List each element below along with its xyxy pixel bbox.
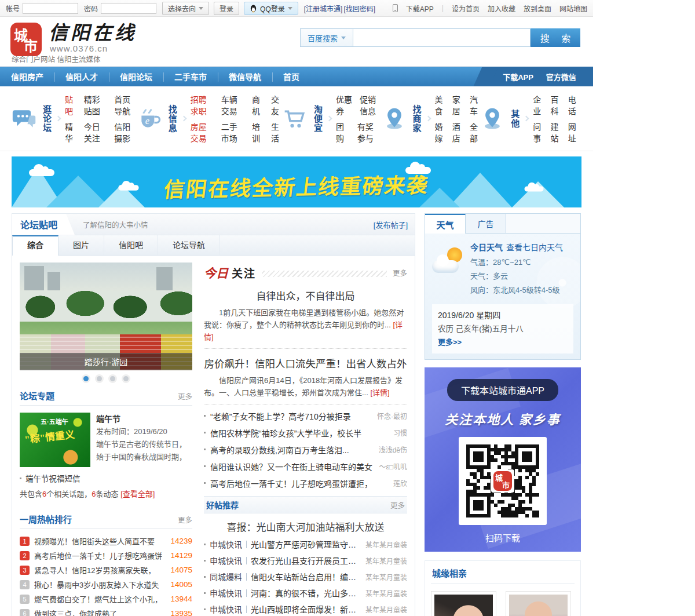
article-title[interactable]: 房价飙升！信阳人口流失严重！出省人数占外 xyxy=(204,356,407,370)
download-app-link[interactable]: 下载APP xyxy=(406,3,434,13)
to-desktop-link[interactable]: 放到桌面 xyxy=(524,3,551,13)
catnav-link[interactable]: 培训 xyxy=(252,121,264,144)
catnav-link[interactable]: 网址 xyxy=(568,121,578,144)
catnav-link[interactable]: 商机 xyxy=(252,93,264,116)
catnav-link[interactable]: 今日关注 xyxy=(84,121,107,144)
carousel-dot[interactable] xyxy=(83,376,89,381)
tab-weather[interactable]: 天气 xyxy=(425,214,466,234)
catnav-link[interactable]: 酒店 xyxy=(452,121,462,144)
news-title[interactable]: “老赖”子女不能上学？高考710分被拒录 xyxy=(210,410,372,422)
hot-post-title[interactable]: 揪心！暴雨中3岁小朋友掉入下水道失 xyxy=(34,579,166,590)
catnav-link[interactable]: 信阳摄影 xyxy=(114,121,137,144)
hot-post-title[interactable]: 视频曝光！信阳街头这些人简直不要 xyxy=(34,535,166,546)
more-link[interactable]: 更多 xyxy=(390,500,405,511)
news-author[interactable]: ～ε□叽叽 xyxy=(379,461,407,471)
news-title[interactable]: 高考的录取分数线,河南百万考生落泪... xyxy=(210,444,374,455)
dating-profile-card[interactable] xyxy=(506,591,571,616)
catnav-link[interactable]: 婚嫁 xyxy=(435,121,445,144)
catnav-link[interactable]: 优惠券 xyxy=(336,93,352,116)
catnav-link[interactable]: 首页导航 xyxy=(114,93,137,116)
post-category[interactable]: 申城快讯 xyxy=(210,555,242,566)
catnav-link[interactable]: 全部 xyxy=(470,121,480,144)
sitemap-link[interactable]: 网站地图 xyxy=(559,3,587,13)
search-button[interactable]: 搜 索 xyxy=(531,28,580,47)
catnav-link[interactable]: 精彩贴图 xyxy=(84,93,107,116)
news-title[interactable]: 高考后地位一落千丈！儿子想吃鸡蛋饼遭拒， xyxy=(210,478,389,489)
set-homepage-link[interactable]: 设为首页 xyxy=(452,3,480,13)
news-row[interactable]: 高考后地位一落千丈！儿子想吃鸡蛋饼遭拒， 莲欣 xyxy=(204,475,407,491)
promo-banner[interactable]: 信阳在线全新上线重磅来袭 xyxy=(12,156,581,207)
post-title[interactable]: 河南：真的很不错，光山多彩田 xyxy=(251,587,361,599)
register-link[interactable]: [注册城市通] xyxy=(304,3,343,13)
catnav-link[interactable]: 生活 xyxy=(271,121,283,144)
catnav-link[interactable]: 家居 xyxy=(452,93,462,116)
catnav-link[interactable]: 二手市场 xyxy=(221,121,244,144)
tab-pictures[interactable]: 图片 xyxy=(58,235,104,255)
catnav-link[interactable]: 建站 xyxy=(551,121,561,144)
catnav-link[interactable]: 企业 xyxy=(533,93,543,116)
search-input[interactable] xyxy=(353,28,531,47)
hot-post-title[interactable]: 燃气费都白交了！燃气灶上这个小孔， xyxy=(34,593,166,604)
forgot-password-link[interactable]: [找回密码] xyxy=(343,3,375,13)
news-row[interactable]: 信阳农林学院“袖珍女孩”大学毕业，校长半 习惯 xyxy=(204,424,407,441)
topic-thumbnail[interactable]: 五·五端午 "粽"情重义 xyxy=(20,413,90,467)
recommend-row[interactable]: 申城快讯 光山警方严惩河砂管理监守自盗 某年某月童装 xyxy=(204,536,407,552)
hot-list-row[interactable]: 6 做到这三点，你就成熟了 13935 xyxy=(20,606,192,616)
more-link[interactable]: 更多 xyxy=(178,514,192,525)
post-category[interactable]: 申城快讯 xyxy=(210,603,242,615)
recommend-row[interactable]: 申城快讯 河南：真的很不错，光山多彩田 某年某月童装 xyxy=(204,585,407,601)
post-title[interactable]: 光山西城即将全面爆发！新建学 xyxy=(251,603,361,615)
photo-carousel[interactable]: 踏莎行·游园 xyxy=(20,263,192,370)
catnav-link[interactable]: 房屋交易 xyxy=(191,121,214,144)
nav-item[interactable]: 二手车市 xyxy=(163,67,218,87)
hot-list-row[interactable]: 4 揪心！暴雨中3岁小朋友掉入下水道失 14005 xyxy=(20,577,192,592)
destination-select[interactable]: 选择去向 xyxy=(162,2,209,15)
hot-post-title[interactable]: 紧急寻人！信阳12岁男孩离家失联， xyxy=(34,564,166,575)
news-row[interactable]: 高考的录取分数线,河南百万考生落泪... 浅浅dē伤 xyxy=(204,441,407,458)
weather-more-link[interactable]: 更多>> xyxy=(438,336,568,349)
app-promo[interactable]: 下载本站城市通APP 关注本地人 家乡事 城 市 扫码下载 xyxy=(425,367,581,552)
hot-list-row[interactable]: 5 燃气费都白交了！燃气灶上这个小孔， 13944 xyxy=(20,592,192,606)
article-title[interactable]: 自律出众，不自律出局 xyxy=(204,288,407,302)
more-link[interactable]: 更多 xyxy=(178,391,192,402)
post-category[interactable]: 同城爆料 xyxy=(210,571,242,582)
news-row[interactable]: 信阳谁认识她？又一个在街上骑电动车的美女 ～ε□叽叽 xyxy=(204,458,407,475)
news-row[interactable]: “老赖”子女不能上学？高考710分被拒录 怀念·最初 xyxy=(204,407,407,424)
qq-login-button[interactable]: QQ登录 xyxy=(244,2,298,15)
password-input[interactable] xyxy=(101,3,156,14)
topic-bullet-item[interactable]: 端午节祝福短信 xyxy=(20,472,192,484)
news-author[interactable]: 怀念·最初 xyxy=(377,411,407,421)
catnav-link[interactable]: 百科 xyxy=(551,93,561,116)
news-author[interactable]: 莲欣 xyxy=(393,478,407,488)
post-author[interactable]: 某年某月童装 xyxy=(365,604,407,614)
search-engine-select[interactable]: 百度搜索 xyxy=(300,28,353,47)
hot-list-row[interactable]: 2 高考后地位一落千丈！儿子想吃鸡蛋饼 14129 xyxy=(20,548,192,563)
post-author[interactable]: 某年某月童装 xyxy=(365,556,407,566)
nav-download-app[interactable]: 下载APP xyxy=(503,71,533,82)
post-author[interactable]: 某年某月童装 xyxy=(365,572,407,582)
post-thread-link[interactable]: [发布帖子] xyxy=(374,219,408,230)
seven-day-link[interactable]: 查看七日内天气 xyxy=(506,243,563,252)
add-favorite-link[interactable]: 加入收藏 xyxy=(488,3,515,13)
post-title[interactable]: 农发行光山县支行开展员工行为 xyxy=(251,555,361,566)
post-author[interactable]: 某年某月童装 xyxy=(365,540,407,549)
news-author[interactable]: 浅浅dē伤 xyxy=(379,444,407,454)
news-title[interactable]: 信阳农林学院“袖珍女孩”大学毕业，校长半 xyxy=(210,427,389,439)
recommend-headline[interactable]: 喜报：光山南大河加油站福利大放送 xyxy=(204,519,407,534)
nav-item[interactable]: 信阳人才 xyxy=(54,67,109,87)
carousel-dot[interactable] xyxy=(123,376,129,381)
account-input[interactable] xyxy=(23,3,78,14)
catnav-link[interactable]: 有奖参与 xyxy=(357,121,382,144)
news-title[interactable]: 信阳谁认识她？又一个在街上骑电动车的美女 xyxy=(210,461,374,472)
tab-general[interactable]: 综合 xyxy=(12,235,58,256)
catnav-link[interactable]: 汽车 xyxy=(470,93,480,116)
nav-item[interactable]: 信阳房产 xyxy=(0,67,54,87)
post-category[interactable]: 申城快讯 xyxy=(210,538,242,550)
post-title[interactable]: 信阳火车站新站台启用！编号有 xyxy=(251,571,361,582)
hot-post-title[interactable]: 做到这三点，你就成熟了 xyxy=(34,608,166,616)
nav-item[interactable]: 微信导航 xyxy=(218,67,272,87)
site-logo[interactable]: 城 市 信阳在线 www.0376.cn xyxy=(10,23,137,56)
hot-list-row[interactable]: 1 视频曝光！信阳街头这些人简直不要 14239 xyxy=(20,534,192,548)
catnav-link[interactable]: 精华 xyxy=(65,121,76,144)
recommend-row[interactable]: 申城快讯 农发行光山县支行开展员工行为 某年某月童装 xyxy=(204,552,407,568)
